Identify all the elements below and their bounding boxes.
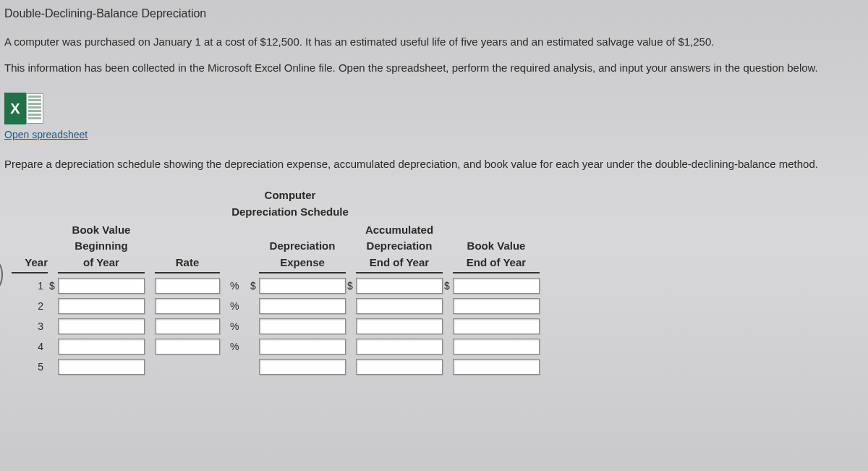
header-rate: Rate bbox=[155, 224, 220, 273]
year-label: 5 bbox=[12, 359, 48, 375]
header-bv-end: Book Value End of Year bbox=[453, 224, 540, 273]
rate-input-4[interactable] bbox=[155, 339, 220, 355]
dep-exp-input-4[interactable] bbox=[259, 339, 346, 355]
excel-icon-letter: X bbox=[10, 101, 20, 117]
dep-exp-input-1[interactable] bbox=[259, 278, 346, 294]
header-pct-spacer bbox=[230, 224, 249, 273]
acc-dep-input-3[interactable] bbox=[356, 318, 443, 334]
bv-end-input-2[interactable] bbox=[453, 298, 540, 314]
nav-handle-icon[interactable] bbox=[0, 259, 3, 291]
bv-begin-input-4[interactable] bbox=[58, 339, 145, 355]
percent-symbol: % bbox=[230, 298, 249, 314]
page-title: Double-Declining-Balance Depreciation bbox=[4, 7, 861, 20]
depreciation-schedule: Year 1 2 3 4 5 Book Value Beginning of Y… bbox=[12, 224, 861, 375]
rate-input-3[interactable] bbox=[155, 318, 220, 334]
problem-statement-1: A computer was purchased on January 1 at… bbox=[4, 33, 861, 51]
bv-end-input-4[interactable] bbox=[453, 339, 540, 355]
dollar-sign: $ bbox=[444, 280, 450, 292]
percent-symbol: % bbox=[230, 339, 249, 355]
year-label: 1 bbox=[12, 278, 48, 294]
percent-symbol-empty bbox=[230, 359, 249, 375]
schedule-title: Computer Depreciation Schedule bbox=[12, 187, 569, 220]
dollar-sign: $ bbox=[347, 280, 353, 292]
acc-dep-input-1[interactable] bbox=[356, 278, 443, 294]
dollar-sign: $ bbox=[250, 280, 256, 292]
acc-dep-input-5[interactable] bbox=[356, 359, 443, 375]
bv-end-input-1[interactable] bbox=[453, 278, 540, 294]
percent-symbol: % bbox=[230, 318, 249, 334]
percent-symbol: % bbox=[230, 278, 249, 294]
year-label: 2 bbox=[12, 298, 48, 314]
excel-icon: X bbox=[4, 93, 45, 124]
header-bv-begin: Book Value Beginning of Year bbox=[58, 224, 145, 273]
open-spreadsheet-link[interactable]: Open spreadsheet bbox=[4, 129, 88, 140]
bv-end-input-5[interactable] bbox=[453, 359, 540, 375]
year-label: 4 bbox=[12, 339, 48, 355]
problem-statement-2: This information has been collected in t… bbox=[4, 59, 861, 77]
dep-exp-input-2[interactable] bbox=[259, 298, 346, 314]
dep-exp-input-3[interactable] bbox=[259, 318, 346, 334]
header-acc-dep: Accumulated Depreciation End of Year bbox=[356, 224, 443, 273]
acc-dep-input-2[interactable] bbox=[356, 298, 443, 314]
bv-begin-input-3[interactable] bbox=[58, 318, 145, 334]
bv-begin-input-2[interactable] bbox=[58, 298, 145, 314]
header-year: Year bbox=[12, 224, 48, 273]
bv-end-input-3[interactable] bbox=[453, 318, 540, 334]
instruction-text: Prepare a depreciation schedule showing … bbox=[4, 158, 861, 170]
excel-icon-link[interactable]: X bbox=[4, 93, 45, 124]
year-label: 3 bbox=[12, 318, 48, 334]
bv-begin-input-5[interactable] bbox=[58, 359, 145, 375]
header-dep-expense: Depreciation Expense bbox=[259, 224, 346, 273]
acc-dep-input-4[interactable] bbox=[356, 339, 443, 355]
rate-input-2[interactable] bbox=[155, 298, 220, 314]
dollar-sign: $ bbox=[49, 280, 55, 292]
dep-exp-input-5[interactable] bbox=[259, 359, 346, 375]
bv-begin-input-1[interactable] bbox=[58, 278, 145, 294]
rate-input-1[interactable] bbox=[155, 278, 220, 294]
